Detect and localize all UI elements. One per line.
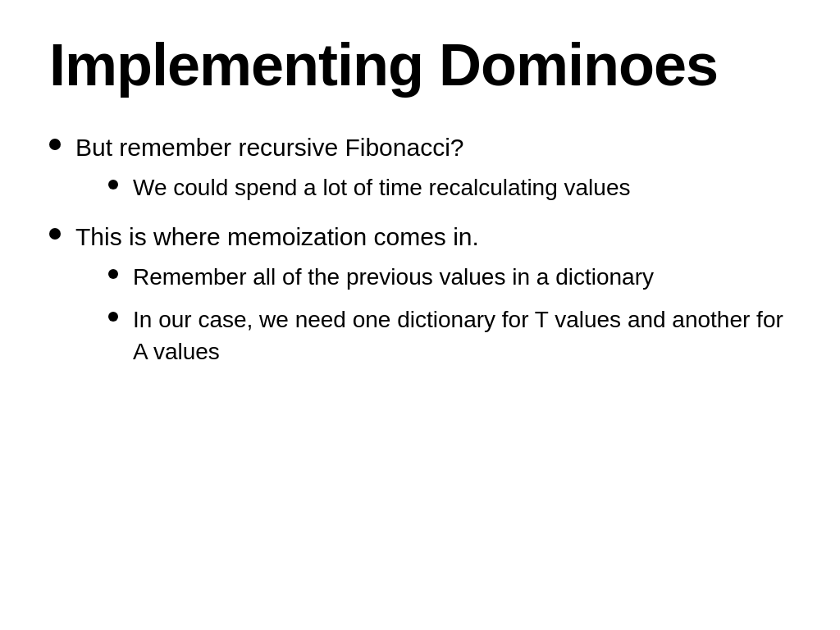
bullet-label-1: But remember recursive Fibonacci? bbox=[75, 134, 464, 161]
sub-bullet-item-2-2: In our case, we need one dictionary for … bbox=[75, 304, 791, 368]
sub-bullet-dot-1-1 bbox=[108, 180, 118, 189]
sub-bullet-list-2: Remember all of the previous values in a… bbox=[75, 261, 791, 368]
bullet-label-2: This is where memoization comes in. bbox=[75, 223, 479, 250]
sub-bullet-dot-2-2 bbox=[108, 312, 118, 322]
bullet-text-2: This is where memoization comes in. Reme… bbox=[75, 220, 791, 377]
bullet-dot-1 bbox=[49, 139, 61, 150]
bullet-text-1: But remember recursive Fibonacci? We cou… bbox=[75, 130, 791, 213]
sub-bullet-item-1-1: We could spend a lot of time recalculati… bbox=[75, 171, 791, 203]
sub-bullet-list-1: We could spend a lot of time recalculati… bbox=[75, 171, 791, 203]
slide: Implementing Dominoes But remember recur… bbox=[0, 0, 840, 630]
sub-bullet-dot-2-1 bbox=[108, 269, 118, 279]
bullet-item-1: But remember recursive Fibonacci? We cou… bbox=[49, 130, 791, 213]
slide-content: But remember recursive Fibonacci? We cou… bbox=[49, 122, 791, 597]
sub-bullet-text-2-2: In our case, we need one dictionary for … bbox=[133, 304, 791, 368]
bullet-dot-2 bbox=[49, 228, 61, 240]
main-bullet-list: But remember recursive Fibonacci? We cou… bbox=[49, 130, 791, 382]
sub-bullet-item-2-1: Remember all of the previous values in a… bbox=[75, 261, 791, 293]
sub-bullet-text-1-1: We could spend a lot of time recalculati… bbox=[133, 171, 791, 203]
slide-title: Implementing Dominoes bbox=[49, 33, 791, 98]
sub-bullet-text-2-1: Remember all of the previous values in a… bbox=[133, 261, 791, 293]
bullet-item-2: This is where memoization comes in. Reme… bbox=[49, 220, 791, 377]
